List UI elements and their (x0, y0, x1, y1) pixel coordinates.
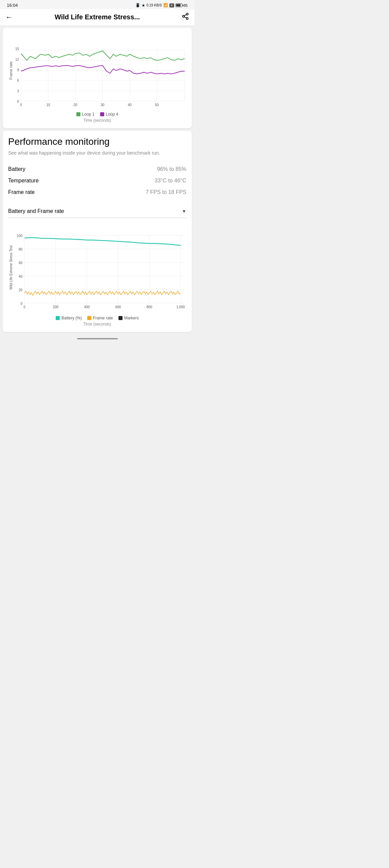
frame-rate-svg-chart: Frame rate 0 3 6 9 12 15 0 (8, 33, 188, 108)
svg-text:Frame rate: Frame rate (9, 61, 13, 80)
legend-framerate: Frame rate (87, 316, 113, 320)
frame-rate-chart-card: Frame rate 0 3 6 9 12 15 0 (3, 28, 192, 128)
legend-markers-color (118, 316, 123, 320)
top-chart-time-label: Time (seconds) (8, 118, 186, 123)
framerate-metric-label: Frame rate (8, 189, 35, 195)
svg-text:40: 40 (19, 275, 23, 278)
battery-metric-row: Battery 96% to 85% (8, 163, 186, 175)
svg-text:10: 10 (46, 103, 50, 107)
battery-metric-value: 96% to 85% (157, 166, 186, 172)
svg-text:100: 100 (17, 234, 22, 238)
battery-icon (175, 3, 182, 7)
svg-point-1 (183, 15, 185, 17)
page-title: Wild Life Extreme Stress... (16, 13, 178, 21)
svg-text:800: 800 (147, 305, 152, 309)
svg-text:6: 6 (17, 79, 19, 82)
svg-text:12: 12 (15, 58, 19, 61)
svg-text:600: 600 (115, 305, 121, 309)
battery-framerate-svg-chart: Wild Life Extreme Stress Test 0 20 40 60… (8, 223, 188, 312)
bottom-chart-container: Wild Life Extreme Stress Test 0 20 40 60… (8, 223, 186, 327)
svg-text:50: 50 (155, 103, 159, 107)
frame-rate-chart-container: Frame rate 0 3 6 9 12 15 0 (8, 33, 186, 123)
legend-markers: Markers (118, 316, 139, 320)
svg-text:9: 9 (17, 68, 19, 72)
svg-point-0 (186, 13, 188, 15)
bottom-chart-time-label: Time (seconds) (8, 322, 186, 327)
legend-loop4-label: Loop 4 (106, 112, 118, 117)
x-icon: ✕ (169, 3, 174, 7)
svg-text:40: 40 (128, 103, 132, 107)
network-speed: 0.19 KB/S (147, 3, 162, 7)
bottom-chart-legend: Battery (%) Frame rate Markers (8, 316, 186, 320)
svg-text:60: 60 (19, 261, 23, 265)
performance-title: Performance monitoring (8, 136, 186, 147)
status-time: 16:04 (7, 3, 18, 8)
svg-text:0: 0 (20, 103, 22, 107)
svg-text:Wild Life Extreme Stress Test: Wild Life Extreme Stress Test (9, 245, 13, 290)
legend-loop1-label: Loop 1 (82, 112, 95, 117)
dropdown-label: Battery and Frame rate (8, 208, 64, 214)
svg-text:0: 0 (20, 302, 22, 305)
svg-line-3 (184, 17, 186, 18)
home-indicator (77, 338, 118, 339)
framerate-metric-row: Frame rate 7 FPS to 18 FPS (8, 186, 186, 198)
svg-text:20: 20 (19, 288, 23, 292)
status-icons: 📳 ★ 0.19 KB/S 📶 ✕ 85 (135, 3, 188, 8)
battery-fill (176, 4, 181, 6)
svg-text:20: 20 (73, 103, 77, 107)
svg-text:1,000: 1,000 (176, 305, 185, 309)
legend-loop4: Loop 4 (100, 112, 118, 117)
status-bar: 16:04 📳 ★ 0.19 KB/S 📶 ✕ 85 (0, 0, 194, 9)
legend-markers-label: Markers (124, 316, 139, 320)
metrics-table: Battery 96% to 85% Temperature 33°C to 4… (8, 163, 186, 198)
svg-text:0: 0 (23, 305, 25, 309)
temperature-metric-label: Temperature (8, 178, 39, 184)
temperature-metric-value: 33°C to 46°C (154, 178, 186, 184)
svg-text:400: 400 (84, 305, 90, 309)
legend-battery-label: Battery (%) (61, 316, 82, 320)
share-button[interactable] (182, 13, 189, 22)
svg-text:15: 15 (15, 47, 19, 51)
home-bar (0, 335, 194, 341)
legend-battery-color (56, 316, 60, 320)
svg-text:80: 80 (19, 248, 23, 251)
performance-monitoring-card: Performance monitoring See what was happ… (3, 131, 192, 332)
top-navigation-bar: ← Wild Life Extreme Stress... (0, 9, 194, 25)
svg-text:0: 0 (17, 100, 19, 103)
legend-loop4-color (100, 112, 104, 116)
svg-text:30: 30 (100, 103, 105, 107)
vibrate-icon: 📳 (135, 3, 140, 7)
legend-battery: Battery (%) (56, 316, 82, 320)
legend-framerate-label: Frame rate (93, 316, 113, 320)
battery-level: 85 (184, 3, 188, 7)
svg-line-4 (184, 15, 186, 16)
chevron-down-icon: ▼ (182, 209, 186, 214)
top-chart-legend: Loop 1 Loop 4 (8, 112, 186, 117)
performance-subtitle: See what was happening inside your devic… (8, 150, 186, 157)
svg-text:3: 3 (17, 89, 19, 93)
battery-metric-label: Battery (8, 166, 25, 172)
framerate-metric-value: 7 FPS to 18 FPS (146, 189, 186, 195)
legend-framerate-color (87, 316, 91, 320)
back-button[interactable]: ← (5, 13, 13, 22)
legend-loop1-color (76, 112, 80, 116)
chart-type-dropdown[interactable]: Battery and Frame rate ▼ (8, 205, 186, 218)
wifi-icon: 📶 (163, 3, 168, 7)
svg-text:200: 200 (53, 305, 59, 309)
svg-point-2 (186, 18, 188, 19)
legend-loop1: Loop 1 (76, 112, 95, 117)
temperature-metric-row: Temperature 33°C to 46°C (8, 175, 186, 186)
bluetooth-icon: ★ (142, 3, 145, 8)
